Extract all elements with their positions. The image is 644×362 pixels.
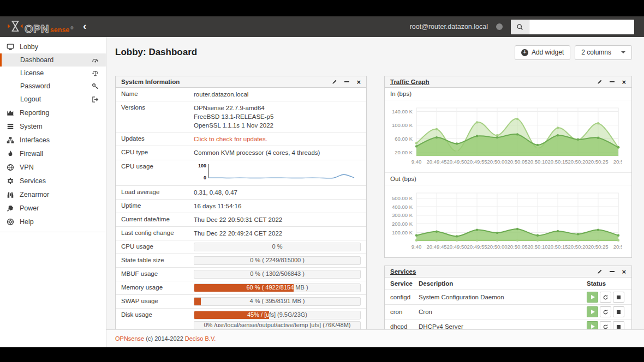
restart-icon [603, 309, 609, 315]
progress-bar: 0 % ( 1302/506843 )0 % ( 1302/506843 ) [194, 270, 361, 279]
widget-collapse-button[interactable] [344, 81, 349, 82]
column-status: Status [587, 280, 626, 287]
table-row: Namerouter.datazon.local [116, 88, 366, 101]
sidebar-item-logout[interactable]: Logout [0, 93, 106, 106]
sidebar-item-password[interactable]: Password [0, 80, 106, 93]
svg-text:20:49:50: 20:49:50 [447, 244, 467, 250]
opnsense-brand[interactable]: OPN sense ® [0, 20, 81, 34]
table-row: Last config changeThu Dec 22 20:49:24 CE… [116, 227, 366, 240]
widget-close-button[interactable]: × [622, 268, 626, 275]
table-row: Uptime16 days 11:54:16 [116, 200, 366, 213]
gear-icon [7, 177, 14, 185]
service-start-button[interactable] [587, 321, 598, 329]
row-label: CPU usage [121, 243, 194, 250]
service-name: dhcpd [390, 323, 419, 329]
widget-edit-button[interactable] [597, 269, 603, 274]
service-name: configd [390, 294, 419, 300]
sidebar-item-interfaces[interactable]: Interfaces [0, 133, 106, 147]
service-start-button[interactable] [587, 306, 598, 317]
status-dot [496, 23, 503, 30]
service-status [587, 292, 626, 303]
columns-select[interactable]: 2 columns [575, 45, 632, 60]
sidebar-item-power[interactable]: Power [0, 201, 106, 215]
sidebar-item-label: Zenarmor [20, 191, 49, 198]
sidebar-item-vpn[interactable]: VPN [0, 160, 106, 174]
sidebar-item-services[interactable]: Services [0, 174, 106, 188]
row-label: Memory usage [121, 283, 194, 291]
gauge-icon [92, 57, 99, 64]
widget-close-button[interactable]: × [622, 79, 626, 86]
sidebar-item-system[interactable]: System [0, 119, 106, 133]
row-value: Thu Dec 22 20:49:24 CET 2022 [194, 229, 361, 238]
restart-icon [603, 294, 609, 300]
traffic-graph-title-link[interactable]: Traffic Graph [390, 79, 430, 85]
svg-text:300.00 K: 300.00 K [392, 212, 413, 218]
row-label: Uptime [121, 202, 194, 209]
page-title: Lobby: Dashboard [115, 47, 197, 58]
sidebar-item-lobby[interactable]: Lobby [0, 40, 106, 53]
service-stop-button[interactable] [613, 321, 624, 329]
widget-collapse-button[interactable] [610, 81, 615, 82]
sidebar-item-help[interactable]: Help [0, 215, 106, 228]
key-icon [92, 83, 99, 90]
services-header: Services × [385, 266, 631, 277]
service-restart-button[interactable] [600, 292, 611, 303]
service-description: DHCPv4 Server [419, 323, 587, 329]
services-title-link[interactable]: Services [390, 268, 416, 275]
service-stop-button[interactable] [613, 306, 624, 317]
svg-text:9:40: 9:40 [412, 244, 422, 250]
row-label: State table size [121, 256, 194, 263]
row-value: 60 % ( 4922/8154 MB )60 % ( 4922/8154 MB… [194, 283, 361, 292]
widget-close-button[interactable]: × [356, 79, 361, 86]
sidebar-item-reporting[interactable]: Reporting [0, 106, 106, 119]
header-actions: + Add widget 2 columns [515, 45, 632, 60]
sidebar-item-label: Password [20, 82, 50, 90]
row-label: Updates [121, 135, 194, 142]
opnsense-logo-icon [7, 20, 23, 33]
opnsense-footer-link[interactable]: OPNsense [115, 335, 144, 342]
sidebar-item-firewall[interactable]: Firewall [0, 147, 106, 160]
plug-icon [7, 204, 14, 212]
service-start-button[interactable] [587, 292, 598, 303]
add-widget-button[interactable]: + Add widget [515, 45, 570, 60]
sidebar-item-label: System [20, 123, 43, 130]
sidebar-item-license[interactable]: License [0, 67, 106, 80]
globe-icon [7, 164, 14, 171]
svg-text:20.00 K: 20.00 K [395, 149, 413, 155]
svg-text:20:49:45: 20:49:45 [427, 244, 447, 250]
sidebar-item-dashboard[interactable]: Dashboard [0, 53, 106, 67]
traffic-out-label: Out (bps) [385, 172, 631, 185]
sidebar-item-zenarmor[interactable]: Zenarmor [0, 188, 106, 201]
search-icon[interactable] [511, 20, 529, 34]
widget-edit-button[interactable] [332, 79, 337, 85]
lifering-icon [7, 218, 14, 226]
page-footer: OPNsense (c) 2014-2022 Deciso B.V. [106, 329, 644, 347]
play-icon [591, 324, 595, 329]
service-restart-button[interactable] [600, 306, 611, 317]
svg-text:20:50:05: 20:50:05 [508, 244, 528, 250]
service-restart-button[interactable] [600, 321, 611, 329]
widget-collapse-button[interactable] [610, 271, 615, 272]
service-status [587, 306, 626, 317]
global-search-input[interactable] [529, 20, 634, 34]
desktop-icon [7, 43, 14, 51]
table-row: CPU typeCommon KVM processor (4 cores, 4… [116, 146, 366, 160]
check-updates-link[interactable]: Click to check for updates. [194, 136, 267, 142]
row-label: Disk usage [121, 311, 194, 318]
svg-text:20:49:55: 20:49:55 [467, 159, 487, 165]
row-label: MBUF usage [121, 270, 194, 277]
svg-text:20:50:10: 20:50:10 [528, 159, 548, 165]
service-stop-button[interactable] [613, 292, 624, 303]
widget-tools: × [597, 268, 626, 275]
service-status [587, 321, 626, 329]
svg-text:200.00 K: 200.00 K [392, 221, 413, 227]
svg-text:20:5: 20:5 [613, 159, 622, 165]
svg-text:20:50:15: 20:50:15 [548, 244, 568, 250]
widgets-column-left: System Information × Namerouter.datazon.… [115, 76, 367, 329]
sidebar-collapse-button[interactable]: ‹ [83, 21, 86, 33]
progress-bar: 60 % ( 4922/8154 MB )60 % ( 4922/8154 MB… [194, 283, 361, 292]
brand-opn: OPN [25, 23, 49, 34]
deciso-footer-link[interactable]: Deciso B.V. [185, 335, 216, 342]
table-row: Load average0.31, 0.48, 0.47 [116, 186, 366, 200]
widget-edit-button[interactable] [597, 79, 603, 85]
